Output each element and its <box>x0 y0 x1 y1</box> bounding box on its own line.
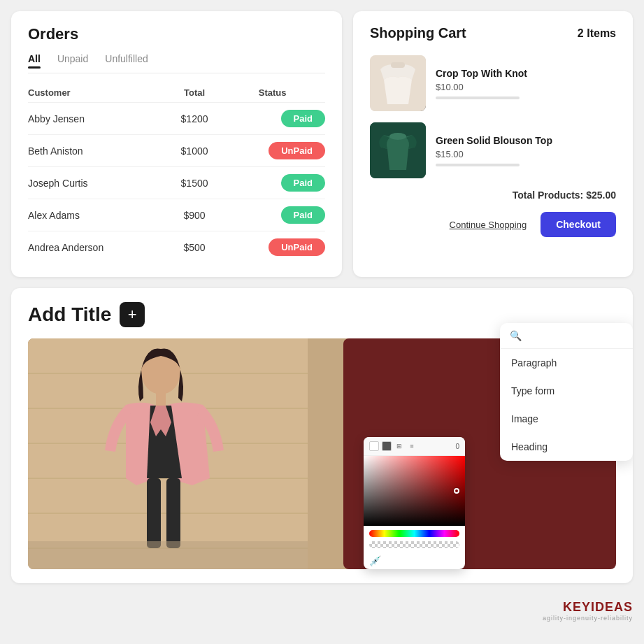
cp-swatch-white[interactable] <box>369 441 379 451</box>
table-row: Beth Aniston $1000 UnPaid <box>28 135 325 167</box>
bottom-section: Add Title + <box>11 288 633 583</box>
cart-item-image-2 <box>370 122 426 178</box>
dropdown-search-row: 🔍 <box>500 323 633 349</box>
customer-name: Andrea Anderson <box>28 231 169 264</box>
fashion-image <box>28 338 385 569</box>
order-status: Paid <box>220 167 325 199</box>
svg-rect-1 <box>391 62 405 68</box>
table-row: Abby Jensen $1200 Paid <box>28 103 325 135</box>
block-type-item[interactable]: Heading <box>500 433 633 461</box>
color-gradient-cursor <box>454 488 459 494</box>
footer-tagline: agility-ingenuity-reliability <box>11 615 633 622</box>
cp-grid-icon[interactable]: ⊞ <box>394 441 404 451</box>
cart-item-price-1: $10.00 <box>436 82 616 92</box>
status-badge: Paid <box>281 206 325 224</box>
customer-name: Abby Jensen <box>28 103 169 135</box>
svg-point-3 <box>389 133 406 140</box>
color-hue-slider[interactable] <box>369 530 459 537</box>
continue-shopping-button[interactable]: Continue Shopping <box>450 220 527 230</box>
cp-swatch-dark[interactable] <box>382 441 392 451</box>
item-bar-2 <box>436 164 520 166</box>
status-badge: UnPaid <box>269 142 325 159</box>
cart-total: Total Products: $25.00 <box>370 189 616 201</box>
cart-title: Shopping Cart <box>370 25 466 41</box>
orders-title: Orders <box>28 25 325 43</box>
cart-item-2: Green Solid Blouson Top $15.00 <box>370 122 616 178</box>
status-badge: UnPaid <box>269 238 325 256</box>
block-type-dropdown: 🔍 ParagraphType formImageHeading <box>500 323 633 461</box>
status-badge: Paid <box>281 110 325 127</box>
block-type-item[interactable]: Type form <box>500 377 633 405</box>
order-amount: $1200 <box>169 103 220 135</box>
tab-divider <box>28 73 325 73</box>
tabs-row: All Unpaid Unfulfilled <box>28 53 325 69</box>
cp-value: 0 <box>455 443 459 450</box>
cart-panel: Shopping Cart 2 Items Crop Top With Knot… <box>353 11 633 277</box>
cart-item-image-1 <box>370 55 426 111</box>
block-type-item[interactable]: Paragraph <box>500 349 633 377</box>
svg-rect-15 <box>166 478 180 548</box>
cart-item-1: Crop Top With Knot $10.00 <box>370 55 616 111</box>
customer-name: Joseph Curtis <box>28 167 169 199</box>
table-row: Joseph Curtis $1500 Paid <box>28 167 325 199</box>
order-amount: $500 <box>169 231 220 264</box>
order-amount: $900 <box>169 199 220 231</box>
color-opacity-slider[interactable] <box>369 541 459 548</box>
cp-list-icon[interactable]: ≡ <box>407 441 417 451</box>
order-status: UnPaid <box>220 231 325 264</box>
order-amount: $1500 <box>169 167 220 199</box>
cart-item-info-2: Green Solid Blouson Top $15.00 <box>436 135 616 166</box>
svg-rect-14 <box>147 478 161 548</box>
footer: KEYIDEAS agility-ingenuity-reliability <box>0 594 644 627</box>
tab-all[interactable]: All <box>28 53 41 69</box>
customer-name: Alex Adams <box>28 199 169 231</box>
order-status: UnPaid <box>220 135 325 167</box>
svg-rect-13 <box>156 392 166 406</box>
add-block-button[interactable]: + <box>120 302 145 327</box>
cart-item-price-2: $15.00 <box>436 149 616 159</box>
cart-item-name-2: Green Solid Blouson Top <box>436 135 616 146</box>
checkout-button[interactable]: Checkout <box>541 212 616 237</box>
cart-header: Shopping Cart 2 Items <box>370 25 616 41</box>
color-picker: ⊞ ≡ 0 💉 <box>364 437 465 569</box>
svg-rect-16 <box>28 541 308 569</box>
col-total: Total <box>169 83 220 103</box>
block-type-item[interactable]: Image <box>500 405 633 433</box>
search-icon: 🔍 <box>510 330 522 341</box>
cart-actions: Continue Shopping Checkout <box>370 212 616 237</box>
color-picker-header: ⊞ ≡ 0 <box>364 437 465 456</box>
add-title-text: Add Title <box>28 303 111 326</box>
customer-name: Beth Aniston <box>28 135 169 167</box>
cart-item-name-1: Crop Top With Knot <box>436 68 616 79</box>
table-row: Andrea Anderson $500 UnPaid <box>28 231 325 264</box>
col-customer: Customer <box>28 83 169 103</box>
orders-panel: Orders All Unpaid Unfulfilled Customer T… <box>11 11 342 277</box>
order-status: Paid <box>220 103 325 135</box>
status-badge: Paid <box>281 174 325 192</box>
orders-table: Customer Total Status Abby Jensen $1200 … <box>28 83 325 263</box>
cart-item-info-1: Crop Top With Knot $10.00 <box>436 68 616 99</box>
tab-unfulfilled[interactable]: Unfulfilled <box>105 53 148 69</box>
table-row: Alex Adams $900 Paid <box>28 199 325 231</box>
cart-count: 2 Items <box>578 27 616 40</box>
footer-logo: KEYIDEAS <box>11 600 633 615</box>
order-amount: $1000 <box>169 135 220 167</box>
eyedropper-icon[interactable]: 💉 <box>364 552 465 569</box>
col-status: Status <box>220 83 325 103</box>
color-gradient-area[interactable] <box>364 456 465 526</box>
tab-unpaid[interactable]: Unpaid <box>57 53 88 69</box>
order-status: Paid <box>220 199 325 231</box>
item-bar-1 <box>436 96 520 99</box>
